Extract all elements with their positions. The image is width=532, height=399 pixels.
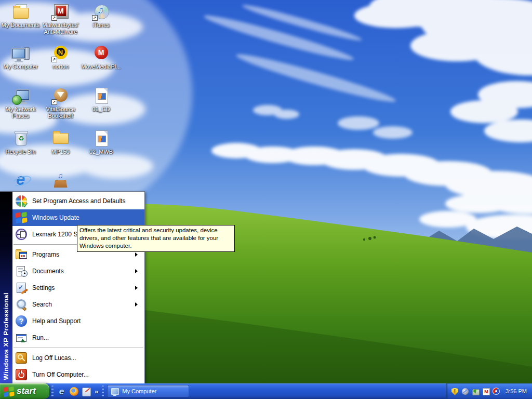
power-icon: [15, 368, 28, 381]
log-off-key-icon: [15, 352, 28, 364]
my-computer-icon: [11, 45, 31, 62]
taskbar-separator: [51, 385, 54, 397]
start-button-label: start: [17, 386, 36, 396]
help-icon: [15, 315, 28, 327]
taskbar-separator: [102, 385, 104, 397]
folder-icon: [51, 130, 71, 148]
shortcut-arrow-icon: [51, 15, 57, 21]
desktop-icon-itunes[interactable]: iTunes: [81, 3, 121, 29]
start-menu-banner-text: Windows XP Professional: [2, 292, 10, 380]
desktop-icon-recycle-bin[interactable]: Recycle Bin: [1, 130, 41, 155]
image-document-icon: [91, 130, 111, 148]
set-program-access-icon: [15, 195, 28, 207]
submenu-arrow-icon: [135, 269, 140, 273]
desktop-icon-internet-explorer[interactable]: e: [1, 170, 41, 189]
shortcut-arrow-icon: [92, 15, 98, 21]
search-icon: [15, 298, 28, 311]
shortcut-arrow-icon: [51, 57, 57, 62]
internet-explorer-icon: e: [11, 170, 31, 188]
desktop-icon-my-network-places[interactable]: My Network Places: [1, 87, 41, 119]
start-menu-banner: Windows XP Professional: [0, 192, 12, 384]
menu-separator: [14, 348, 143, 348]
menu-item-help-and-support[interactable]: Help and Support: [12, 313, 144, 329]
menu-item-turn-off-computer[interactable]: Turn Off Computer...: [12, 366, 144, 383]
malwarebytes-icon: M: [51, 3, 71, 21]
menu-item-log-off[interactable]: Log Off Lucas...: [12, 350, 144, 366]
malwarebytes-tray-icon[interactable]: [482, 388, 490, 395]
security-alert-shield-icon[interactable]: [451, 388, 459, 395]
my-computer-task-icon: [111, 388, 119, 395]
start-menu: Windows XP Professional Set Program Acce…: [0, 191, 145, 384]
desktop-icon-mp150[interactable]: MP150: [41, 130, 81, 155]
taskbar-clock[interactable]: 3:56 PM: [506, 388, 527, 394]
documents-icon: [15, 265, 28, 277]
desktop-icon-label: My Documents: [1, 22, 41, 29]
shortcut-arrow-icon: [51, 99, 57, 105]
desktop-icon-malwarebytes[interactable]: M Malwarebytes' Anti-Malware: [41, 3, 81, 35]
desktop-icon-label: MP150: [41, 149, 81, 155]
lexmark-printer-icon: [15, 228, 28, 241]
desktop-icon-label: norton: [41, 63, 81, 70]
removable-device-tray-icon[interactable]: [472, 388, 480, 395]
desktop-icon-label: iTunes: [81, 22, 121, 29]
menu-item-documents[interactable]: Documents: [12, 263, 144, 280]
my-documents-icon: [11, 3, 31, 21]
run-icon: [15, 331, 28, 344]
desktop-icon-my-documents[interactable]: My Documents: [1, 3, 41, 29]
desktop-icon-label: MoveMediaPl...: [81, 63, 121, 70]
movemediaplayer-icon: [91, 45, 111, 62]
menu-item-windows-update[interactable]: Windows Update: [12, 209, 144, 226]
menu-item-run[interactable]: Run...: [12, 329, 144, 346]
desktop-icon-01-cd[interactable]: 01_CD: [81, 87, 121, 113]
vitalsource-icon: [51, 87, 71, 105]
settings-icon: [15, 282, 28, 294]
system-tray: 3:56 PM: [446, 383, 532, 399]
start-menu-items: Set Program Access and Defaults Windows …: [12, 192, 144, 384]
media-agent-tray-icon[interactable]: [493, 388, 500, 395]
taskbar: start e » My Computer 3:56 PM: [0, 383, 532, 399]
programs-icon: [15, 248, 28, 261]
desktop-icon-label: My Computer: [1, 63, 41, 70]
volume-tray-icon[interactable]: [461, 388, 469, 395]
desktop-icon-norton[interactable]: norton: [41, 45, 81, 70]
task-button-label: My Computer: [122, 388, 156, 394]
my-network-places-icon: [11, 87, 31, 105]
desktop-icon-02-mwb[interactable]: 02_MWB: [81, 130, 121, 155]
windows-flag-icon: [3, 387, 14, 396]
show-desktop-icon[interactable]: [82, 387, 91, 396]
norton-icon: [51, 45, 71, 62]
desktop-icon-label: Malwarebytes' Anti-Malware: [41, 22, 81, 35]
firefox-quicklaunch-icon[interactable]: [70, 387, 78, 396]
submenu-arrow-icon: [135, 252, 140, 257]
desktop-icon-label: 02_MWB: [81, 149, 121, 155]
itunes-icon: [91, 3, 111, 21]
task-button-my-computer[interactable]: My Computer: [107, 385, 189, 397]
desktop-icon-itunes-installer[interactable]: [41, 170, 81, 189]
desktop-icon-movemediaplayer[interactable]: MoveMediaPl...: [81, 45, 121, 70]
submenu-arrow-icon: [135, 302, 140, 307]
desktop-icon-my-computer[interactable]: My Computer: [1, 45, 41, 70]
windows-update-icon: [15, 211, 28, 224]
image-document-icon: [91, 87, 111, 105]
internet-explorer-quicklaunch-icon[interactable]: e: [57, 387, 66, 396]
itunes-installer-icon: [51, 170, 71, 188]
desktop-icon-label: My Network Places: [1, 106, 41, 119]
windows-update-tooltip: Offers the latest critical and security …: [77, 225, 235, 252]
menu-item-settings[interactable]: Settings: [12, 280, 144, 296]
quick-launch: e »: [56, 387, 100, 396]
start-button[interactable]: start: [0, 383, 49, 399]
desktop-icon-label: 01_CD: [81, 106, 121, 113]
desktop-icon-label: Recycle Bin: [1, 149, 41, 155]
menu-item-set-program-access[interactable]: Set Program Access and Defaults: [12, 193, 144, 209]
desktop-icon-label: VitalSource Bookshelf: [41, 106, 81, 119]
desktop-icon-vitalsource[interactable]: VitalSource Bookshelf: [41, 87, 81, 119]
recycle-bin-icon: [11, 130, 31, 148]
quick-launch-overflow-chevron[interactable]: »: [95, 388, 98, 395]
menu-item-search[interactable]: Search: [12, 296, 144, 313]
submenu-arrow-icon: [135, 286, 140, 290]
